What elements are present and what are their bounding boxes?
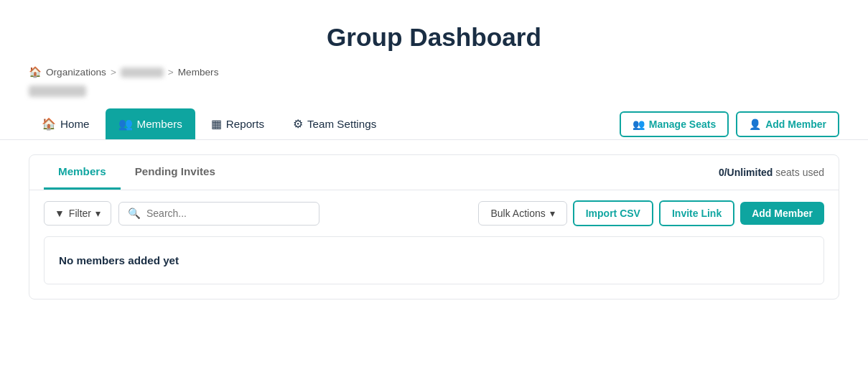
page-header: Group Dashboard	[0, 0, 868, 66]
nav-team-settings-label: Team Settings	[307, 118, 376, 130]
tab-pending-invites[interactable]: Pending Invites	[121, 155, 230, 190]
add-member-nav-label: Add Member	[765, 119, 826, 130]
home-breadcrumb-icon: 🏠	[29, 66, 42, 78]
seats-info: 0/Unlimited seats used	[719, 157, 824, 188]
seats-used-label: seats used	[775, 167, 824, 178]
filter-button[interactable]: ▼ Filter ▾	[44, 201, 111, 226]
nav-item-home[interactable]: 🏠 Home	[29, 108, 103, 139]
empty-state: No members added yet	[44, 236, 824, 284]
toolbar-left: ▼ Filter ▾ 🔍	[44, 201, 319, 226]
breadcrumb-sep-1: >	[111, 67, 116, 78]
nav-item-reports[interactable]: ▦ Reports	[198, 108, 277, 139]
invite-link-button[interactable]: Invite Link	[659, 200, 734, 226]
home-icon: 🏠	[42, 117, 56, 131]
toolbar-right: Bulk Actions ▾ Import CSV Invite Link Ad…	[478, 200, 824, 226]
manage-seats-label: Manage Seats	[649, 119, 716, 130]
filter-label: Filter	[69, 208, 91, 219]
bulk-actions-label: Bulk Actions	[490, 208, 545, 219]
toolbar: ▼ Filter ▾ 🔍 Bulk Actions ▾ Import CSV I…	[29, 190, 839, 236]
search-wrapper: 🔍	[118, 202, 319, 226]
bulk-actions-chevron-icon: ▾	[550, 208, 555, 219]
import-csv-label: Import CSV	[586, 208, 640, 219]
breadcrumb-organizations[interactable]: Organizations	[46, 67, 106, 78]
search-icon: 🔍	[128, 208, 141, 220]
page-title: Group Dashboard	[0, 23, 868, 52]
add-member-nav-icon: 👤	[749, 119, 761, 130]
breadcrumb: 🏠 Organizations > > Members	[0, 66, 868, 78]
content-area: Members Pending Invites 0/Unlimited seat…	[29, 154, 839, 299]
search-input[interactable]	[146, 208, 310, 219]
manage-seats-button[interactable]: 👥 Manage Seats	[620, 111, 729, 137]
nav-left: 🏠 Home 👥 Members ▦ Reports ⚙ Team Settin…	[29, 108, 389, 139]
seats-used-count: 0/Unlimited	[719, 167, 773, 178]
add-member-label: Add Member	[752, 208, 813, 219]
nav-item-members[interactable]: 👥 Members	[106, 108, 195, 139]
nav-members-label: Members	[137, 118, 182, 130]
org-name-blurred	[29, 85, 86, 97]
tabs-row: Members Pending Invites 0/Unlimited seat…	[29, 155, 839, 190]
members-icon: 👥	[118, 117, 133, 131]
bulk-actions-button[interactable]: Bulk Actions ▾	[478, 201, 566, 226]
breadcrumb-members: Members	[178, 67, 219, 78]
nav-reports-label: Reports	[226, 118, 264, 130]
invite-link-label: Invite Link	[672, 208, 722, 219]
nav-item-team-settings[interactable]: ⚙ Team Settings	[280, 108, 389, 139]
filter-icon: ▼	[55, 208, 65, 219]
nav-right: 👥 Manage Seats 👤 Add Member	[620, 111, 839, 137]
nav-bar: 🏠 Home 👥 Members ▦ Reports ⚙ Team Settin…	[0, 108, 868, 140]
add-member-nav-button[interactable]: 👤 Add Member	[736, 111, 839, 137]
empty-message: No members added yet	[59, 254, 809, 266]
tab-members[interactable]: Members	[44, 155, 121, 190]
settings-icon: ⚙	[293, 117, 303, 131]
breadcrumb-sep-2: >	[168, 67, 174, 78]
breadcrumb-org-name	[121, 68, 164, 78]
add-member-button[interactable]: Add Member	[740, 202, 824, 225]
nav-home-label: Home	[60, 118, 90, 130]
filter-chevron-icon: ▾	[95, 208, 101, 219]
tabs-left: Members Pending Invites	[44, 155, 230, 190]
import-csv-button[interactable]: Import CSV	[573, 200, 653, 226]
manage-seats-icon: 👥	[633, 119, 645, 130]
reports-icon: ▦	[211, 117, 222, 131]
